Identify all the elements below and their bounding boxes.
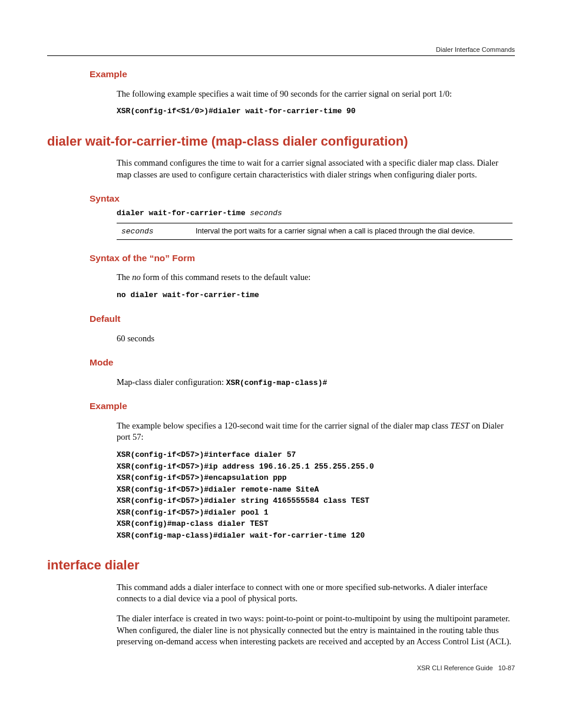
footer-doc-title: XSR CLI Reference Guide <box>417 664 493 671</box>
command-title: dialer wait-for-carrier-time (map-class … <box>47 134 515 149</box>
table-row: seconds Interval the port waits for a ca… <box>117 223 513 239</box>
command-intro: This command configures the time to wait… <box>117 157 513 180</box>
example-text: The following example specifies a wait t… <box>117 88 513 100</box>
no-form-text-post: form of this command resets to the defau… <box>141 272 311 282</box>
example-code-block: XSR(config-if<D57>)#interface dialer 57 … <box>117 449 513 541</box>
page-footer: XSR CLI Reference Guide 10-87 <box>47 664 515 671</box>
syntax-heading: Syntax <box>90 193 515 204</box>
no-form-text-em: no <box>132 272 141 282</box>
no-form-heading: Syntax of the “no” Form <box>90 253 515 263</box>
mode-prompt: XSR(config-map-class)# <box>226 378 328 387</box>
parameter-table: seconds Interval the port waits for a ca… <box>117 223 513 240</box>
mode-text: Map-class dialer configuration: XSR(conf… <box>117 377 513 388</box>
example-heading: Example <box>90 401 515 411</box>
example-heading: Example <box>90 69 515 80</box>
footer-page-number: 10-87 <box>498 664 515 671</box>
command-p1: This command adds a dialer interface to … <box>117 582 513 605</box>
command-p2: The dialer interface is created in two w… <box>117 613 513 648</box>
mode-heading: Mode <box>90 357 515 368</box>
no-form-text: The no form of this command resets to th… <box>117 272 513 284</box>
command-title: interface dialer <box>47 558 515 573</box>
default-heading: Default <box>90 314 515 324</box>
syntax-line: dialer wait-for-carrier-time seconds <box>117 207 513 219</box>
example-code: XSR(config-if<S1/0>)#dialer wait-for-car… <box>117 106 513 117</box>
param-desc: Interval the port waits for a carrier si… <box>191 223 513 239</box>
running-header: Dialer Interface Commands <box>47 46 515 53</box>
default-value: 60 seconds <box>117 333 513 345</box>
example-text-em: TEST <box>451 421 470 430</box>
no-form-code: no dialer wait-for-carrier-time <box>117 289 513 301</box>
param-name: seconds <box>117 223 191 239</box>
example-text: The example below specifies a 120-second… <box>117 420 513 443</box>
header-rule <box>47 55 515 56</box>
syntax-arg: seconds <box>250 209 282 218</box>
syntax-cmd: dialer wait-for-carrier-time <box>117 209 250 218</box>
no-form-text-pre: The <box>117 272 132 282</box>
example-text-pre: The example below specifies a 120-second… <box>117 421 451 430</box>
page: Dialer Interface Commands Example The fo… <box>0 0 562 695</box>
mode-text-pre: Map-class dialer configuration: <box>117 377 226 387</box>
